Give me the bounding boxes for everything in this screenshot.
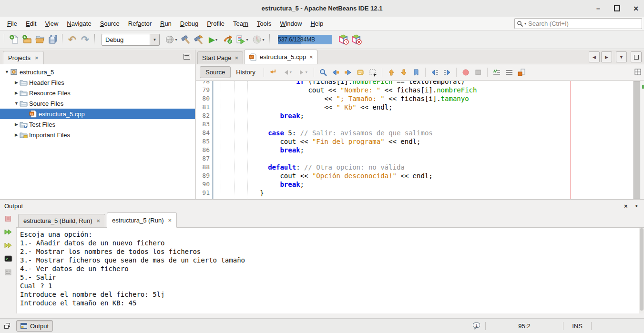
code-line[interactable]: case 5: // Salir: avisamos de que salimo… xyxy=(220,129,633,137)
line-number-gutter[interactable]: 7879808182838485868788899091 xyxy=(196,81,212,197)
code-line[interactable] xyxy=(220,120,633,129)
menu-help[interactable]: Help xyxy=(306,18,327,29)
code-editor[interactable]: 7879808182838485868788899091 if (fichas[… xyxy=(196,81,644,199)
menu-tools[interactable]: Tools xyxy=(253,18,276,29)
previous-bookmark-icon[interactable] xyxy=(385,67,398,78)
profile-gauge-button[interactable]: ▾ xyxy=(250,33,266,46)
close-output-icon[interactable]: × xyxy=(624,202,628,210)
menu-navigate[interactable]: Navigate xyxy=(62,18,95,29)
expander-icon[interactable]: ▶ xyxy=(13,132,20,137)
scroll-tabs-left-icon[interactable]: ◀ xyxy=(589,51,600,62)
next-occurrence-icon[interactable] xyxy=(342,67,354,78)
expander-icon[interactable]: ▶ xyxy=(13,80,20,85)
code-line[interactable]: << "; Tamaño: " << fichas[i].tamanyo xyxy=(220,94,633,103)
output-window-button[interactable]: Output xyxy=(16,320,53,332)
last-edit-icon[interactable] xyxy=(267,67,279,78)
tab-estructura-5-cpp[interactable]: ccestructura_5.cpp× xyxy=(244,50,317,64)
code-line[interactable]: break; xyxy=(220,146,633,154)
close-tab-icon[interactable]: × xyxy=(97,218,101,224)
build-project-button[interactable] xyxy=(179,33,192,46)
stop-macro-recording-icon[interactable] xyxy=(472,67,484,78)
output-scrollbar[interactable] xyxy=(639,228,644,313)
menu-edit[interactable]: Edit xyxy=(21,18,41,29)
new-project-button[interactable] xyxy=(20,33,33,46)
find-selection-icon[interactable] xyxy=(317,67,329,78)
back-icon[interactable]: ▾ xyxy=(279,67,295,78)
run-project-button[interactable]: ▶ ▾ xyxy=(205,33,221,46)
code-line[interactable]: << " Kb" << endl; xyxy=(220,103,633,111)
scrollbar-thumb[interactable] xyxy=(640,228,644,311)
tree-item-estructura-5[interactable]: ▼estructura_5 xyxy=(0,67,195,77)
profile-project-button[interactable]: ▾ xyxy=(234,33,250,46)
notifications-icon[interactable]: 1 xyxy=(472,322,481,330)
terminal-icon[interactable]: >_ xyxy=(3,254,13,263)
stop-icon[interactable] xyxy=(3,214,13,223)
open-project-button[interactable] xyxy=(33,33,46,46)
minimize-window-icon[interactable]: – xyxy=(594,5,603,12)
code-line[interactable]: break; xyxy=(220,111,633,120)
toggle-highlight-icon[interactable] xyxy=(354,67,367,78)
code-line[interactable]: cout << "Opción desconocida!" << endl; xyxy=(220,172,633,180)
code-line[interactable]: if (fichas[i].nombreFich == textoTempora… xyxy=(220,81,633,86)
code-lines[interactable]: if (fichas[i].nombreFich == textoTempora… xyxy=(220,81,633,197)
minimize-panel-icon[interactable] xyxy=(184,54,190,60)
expander-icon[interactable]: ▶ xyxy=(13,122,20,127)
undo-button[interactable]: ↶ xyxy=(66,33,79,46)
code-line[interactable]: cout << "Fin del programa" << endl; xyxy=(220,137,633,146)
close-window-icon[interactable]: ✕ xyxy=(632,5,640,12)
menu-view[interactable]: View xyxy=(41,18,62,29)
menu-run[interactable]: Run xyxy=(156,18,176,29)
menu-team[interactable]: Team xyxy=(229,18,253,29)
combobox-arrow-icon[interactable]: ▼ xyxy=(150,34,159,45)
tab-list-dropdown-icon[interactable]: ▼ xyxy=(616,51,627,62)
tab-projects[interactable]: Projects × xyxy=(3,51,44,65)
debug-project-button[interactable] xyxy=(221,33,234,46)
expander-icon[interactable]: ▼ xyxy=(4,70,10,74)
next-bookmark-icon[interactable] xyxy=(398,67,410,78)
tree-item-test-files[interactable]: ▶Test Files xyxy=(0,119,195,130)
set-configuration-button[interactable]: ▾ xyxy=(163,33,179,46)
tab-start-page[interactable]: Start Page× xyxy=(197,51,243,64)
maximize-editor-icon[interactable] xyxy=(631,51,642,62)
comment-icon[interactable] xyxy=(491,67,503,78)
close-tab-icon[interactable]: × xyxy=(235,55,238,61)
build-settings-icon[interactable] xyxy=(3,267,13,277)
notification-cube-badge-icon[interactable] xyxy=(350,33,363,46)
memory-indicator[interactable]: 537.6/1284MB xyxy=(278,35,332,44)
search-input[interactable] xyxy=(527,20,640,28)
tree-item-resource-files[interactable]: ▶Resource Files xyxy=(0,88,195,98)
tree-item-estructura-5-cpp[interactable]: ccestructura_5.cpp xyxy=(0,109,195,119)
dock-icon[interactable] xyxy=(4,323,10,329)
editor-scrollbar[interactable] xyxy=(633,81,641,199)
toggle-bookmark-icon[interactable] xyxy=(410,67,422,78)
close-tab-icon[interactable]: × xyxy=(35,55,39,61)
expander-icon[interactable]: ▼ xyxy=(13,101,20,106)
redo-button[interactable]: ↷ xyxy=(79,33,92,46)
shift-left-icon[interactable] xyxy=(429,67,441,78)
output-console[interactable]: Escoja una opción:1.- Añadir datos de un… xyxy=(16,228,639,313)
menu-file[interactable]: File xyxy=(3,18,21,29)
previous-occurrence-icon[interactable] xyxy=(329,67,342,78)
tree-item-important-files[interactable]: ▶Important Files xyxy=(0,130,195,140)
history-view-button[interactable]: History xyxy=(231,67,260,78)
close-tab-icon[interactable]: × xyxy=(168,217,172,223)
maximize-window-icon[interactable] xyxy=(614,5,620,11)
menu-window[interactable]: Window xyxy=(276,18,306,29)
notification-cube-clock-icon[interactable] xyxy=(337,33,350,46)
code-line[interactable]: default: // Otra opcion: no válida xyxy=(220,163,633,172)
minimize-output-icon[interactable]: ● xyxy=(635,203,638,208)
split-document-icon[interactable] xyxy=(634,68,642,76)
configuration-combobox[interactable]: Debug ▼ xyxy=(102,34,160,46)
search-dropdown-icon[interactable]: ▾ xyxy=(524,21,526,26)
output-tab-estructura-5-build-run-[interactable]: estructura_5 (Build, Run)× xyxy=(18,214,105,227)
code-line[interactable]: cout << "Nombre: " << fichas[i].nombreFi… xyxy=(220,86,633,94)
code-line[interactable]: break; xyxy=(220,180,633,189)
close-tab-icon[interactable]: × xyxy=(309,54,313,60)
insert-mode-indicator[interactable]: INS xyxy=(566,323,588,330)
shift-right-icon[interactable] xyxy=(441,67,453,78)
rerun-with-args-icon[interactable] xyxy=(3,241,13,250)
scrollbar-thumb[interactable] xyxy=(634,81,640,199)
code-line[interactable]: } xyxy=(220,189,633,197)
tree-item-source-files[interactable]: ▼Source Files xyxy=(0,98,195,109)
uncomment-icon[interactable] xyxy=(503,67,515,78)
